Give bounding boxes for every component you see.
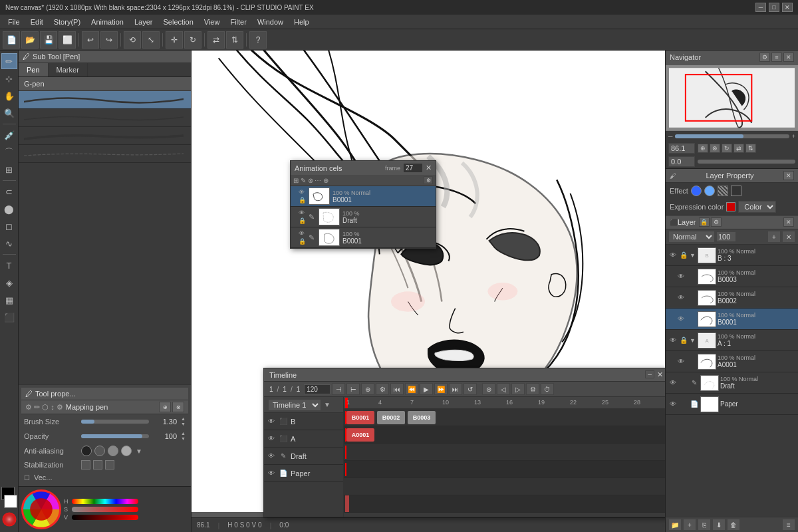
layer-b0002-vis[interactable]: 👁	[676, 293, 686, 303]
layer-b0003-vis[interactable]: 👁	[676, 272, 686, 281]
layer-a-expand[interactable]: ▼	[690, 337, 696, 344]
help-button[interactable]: ?	[249, 31, 267, 49]
brush-item-1[interactable]	[19, 91, 191, 109]
aa-option-2[interactable]	[94, 446, 105, 456]
layer-b0002-lock[interactable]	[687, 293, 696, 303]
layer-prop-close-btn[interactable]: ✕	[783, 171, 794, 180]
navigator-rotation-slider[interactable]	[698, 160, 795, 164]
tl-loop-btn[interactable]: ↺	[464, 383, 477, 395]
timeline-close-button[interactable]: ✕	[657, 370, 663, 379]
tl-frame-row-paper[interactable]	[344, 461, 665, 478]
anim-cel-row-draft[interactable]: 👁 🔒 ✎ 100 % Draft	[291, 207, 436, 227]
tl-cel-b0001[interactable]: B0001	[346, 411, 374, 424]
anim-cel-lock-2[interactable]: 🔒	[299, 217, 306, 224]
stab-option-3[interactable]	[105, 460, 114, 469]
brush-size-stepper[interactable]: ▲▼	[181, 416, 186, 427]
navigator-zoom-slider[interactable]	[675, 134, 789, 138]
menu-filter[interactable]: Filter	[225, 17, 251, 27]
nav-action-5[interactable]: ⇅	[745, 144, 756, 153]
layer-a0001-lock[interactable]	[687, 357, 696, 366]
eraser-button[interactable]: ◻	[1, 218, 17, 234]
text-button[interactable]: T	[1, 257, 17, 273]
navigator-close-btn[interactable]: ✕	[783, 53, 794, 62]
anim-cel-eye-1[interactable]: 👁	[299, 189, 306, 196]
tl-prev-btn[interactable]: ⏪	[405, 383, 418, 395]
close-button[interactable]: ✕	[782, 3, 793, 12]
anim-cel-eye-3[interactable]: 👁	[299, 230, 306, 237]
layer-b-expand[interactable]: ▼	[690, 252, 696, 259]
opacity-slider[interactable]	[81, 434, 149, 438]
lasso-button[interactable]: ⊂	[1, 184, 17, 200]
layer-a0001[interactable]: 👁 100 % Normal A0001	[666, 351, 798, 372]
aa-dropdown-arrow[interactable]: ▼	[136, 448, 142, 455]
menu-help[interactable]: Help	[289, 17, 315, 27]
redo-button[interactable]: ↪	[100, 31, 118, 49]
layer-opacity-input[interactable]	[716, 231, 736, 242]
tl-track-paper-vis[interactable]: 👁	[267, 469, 276, 478]
maximize-button[interactable]: □	[769, 3, 779, 12]
open-button[interactable]: 📂	[21, 31, 39, 49]
layer-b0001[interactable]: 👁 100 % Normal B0001	[666, 309, 798, 330]
color-wheel[interactable]	[21, 489, 61, 529]
layer-del-btn[interactable]: 🗑	[727, 519, 740, 531]
tl-set-in-btn[interactable]: ⊣	[332, 383, 345, 395]
layer-settings-btn[interactable]: ≡	[782, 519, 795, 531]
effect-color-1[interactable]	[691, 186, 702, 196]
brush-size-slider[interactable]	[81, 420, 149, 424]
layer-paper-vis[interactable]: 👁	[668, 400, 678, 409]
aa-option-4[interactable]	[121, 446, 132, 456]
background-color-swatch[interactable]	[4, 495, 17, 508]
nav-action-4[interactable]: ⇄	[733, 144, 744, 153]
eyedropper-button[interactable]: 💉	[1, 127, 17, 143]
layer-group-b[interactable]: 👁 🔒 ▼ B 100 % Normal B : 3	[666, 245, 798, 266]
stab-option-1[interactable]	[81, 460, 90, 469]
save-button[interactable]: 💾	[40, 31, 57, 49]
layer-paper[interactable]: 👁 📄 Paper	[666, 394, 798, 415]
flip-v-button[interactable]: ⇅	[226, 31, 243, 49]
selection-tool-button[interactable]: ⊹	[1, 70, 17, 86]
effect-pattern[interactable]	[718, 186, 728, 196]
transform-tool-button[interactable]: ⊞	[1, 162, 17, 178]
tl-play-btn[interactable]: ▶	[420, 383, 433, 395]
expression-color-select[interactable]: Color	[738, 201, 776, 213]
anim-cels-frame-input[interactable]	[403, 163, 423, 173]
effect-solid[interactable]	[731, 186, 741, 196]
move-button[interactable]: ✛	[166, 31, 183, 49]
zoom-tool-button[interactable]: 🔍	[1, 105, 17, 121]
layer-new-folder-btn[interactable]: 📁	[668, 519, 682, 531]
tl-next-btn[interactable]: ⏩	[434, 383, 448, 395]
layer-a-lock[interactable]: 🔒	[679, 336, 688, 345]
tl-frame-row-b[interactable]: B0001 B0002 B0003	[344, 409, 665, 426]
vector-checkbox[interactable]: ☐	[24, 474, 30, 481]
brush-item-2[interactable]	[19, 109, 191, 127]
tl-add-cel-btn[interactable]: ⊕	[361, 383, 374, 395]
undo-button[interactable]: ↩	[82, 31, 99, 49]
curve-button[interactable]: ⌒	[1, 144, 17, 160]
hand-tool-button[interactable]: ✋	[1, 88, 17, 104]
frame-button[interactable]: ⬛	[1, 309, 17, 325]
rotate-button[interactable]: ↻	[184, 31, 201, 49]
stab-option-2[interactable]	[93, 460, 102, 469]
layer-add-btn[interactable]: +	[767, 231, 781, 243]
layer-group-a[interactable]: 👁 🔒 ▼ A 100 % Normal A : 1	[666, 330, 798, 351]
menu-window[interactable]: Window	[252, 17, 289, 27]
menu-story[interactable]: Story(P)	[49, 17, 86, 27]
color-wheel-mini[interactable]	[2, 512, 17, 527]
layer-merge-btn[interactable]: ⬇	[712, 519, 726, 531]
pen-tab[interactable]: Pen	[19, 63, 49, 76]
aa-option-3[interactable]	[108, 446, 118, 456]
menu-edit[interactable]: Edit	[25, 17, 49, 27]
navigator-thumbnail[interactable]	[666, 65, 798, 131]
tl-onion-before-btn[interactable]: ◁	[497, 383, 510, 395]
tl-onion-after-btn[interactable]: ▷	[511, 383, 525, 395]
anim-cel-row-b0001-active[interactable]: 👁 🔒 100 % Normal B0001	[291, 186, 436, 207]
flip-h-button[interactable]: ⇄	[207, 31, 225, 49]
menu-animation[interactable]: Animation	[86, 17, 129, 27]
layer-blend-select[interactable]: Normal	[668, 231, 715, 243]
zoom-minus-btn[interactable]: ─	[668, 133, 672, 140]
opacity-stepper[interactable]: ▲▼	[181, 431, 186, 442]
timeline-total-frames-input[interactable]	[304, 384, 331, 394]
timeline-track-arrow[interactable]: ▼	[324, 401, 331, 408]
effect-color-2[interactable]	[704, 186, 715, 196]
layer-b-lock[interactable]: 🔒	[679, 251, 688, 260]
